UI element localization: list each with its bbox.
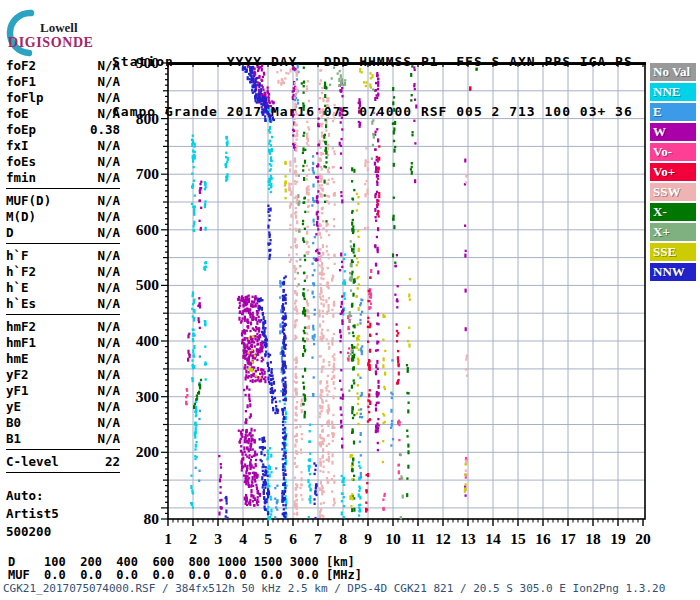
param-label: foFlp bbox=[6, 90, 44, 105]
legend-item-x-: X- bbox=[650, 203, 696, 221]
svg-text:12: 12 bbox=[435, 530, 451, 547]
param-label: B0 bbox=[6, 415, 21, 430]
param-label: C-level bbox=[6, 454, 59, 469]
param-label: fxI bbox=[6, 138, 29, 153]
muf-row: MUF 0.0 0.0 0.0 0.0 0.0 0.0 0.0 0.0 [MHz… bbox=[8, 568, 362, 582]
param-value: N/A bbox=[97, 74, 120, 89]
param-value: N/A bbox=[97, 383, 120, 398]
param-row-fof2: foF2N/A bbox=[6, 57, 120, 73]
legend-item-vo-: Vo- bbox=[650, 143, 696, 161]
legend-item-ssw: SSW bbox=[650, 183, 696, 201]
param-value: 22 bbox=[105, 454, 120, 469]
param-row-foes: foEsN/A bbox=[6, 153, 120, 169]
sidebar-divider bbox=[6, 472, 120, 473]
param-group-4: C-level22 bbox=[6, 453, 120, 469]
logo-digisonde-text: DIGISONDE bbox=[8, 35, 94, 51]
param-value: 0.38 bbox=[90, 122, 120, 137]
svg-text:17: 17 bbox=[560, 530, 576, 547]
logo-lowell-text: Lowell bbox=[40, 20, 78, 36]
parameter-sidebar: foF2N/AfoF1N/AfoFlpN/AfoEN/AfoEp0.38fxIN… bbox=[6, 57, 120, 476]
param-row-d: DN/A bbox=[6, 224, 120, 240]
autoscaling-info: Auto:Artist5500200 bbox=[6, 487, 59, 541]
svg-text:14: 14 bbox=[485, 530, 501, 547]
param-value: N/A bbox=[97, 431, 120, 446]
legend-item-vo+: Vo+ bbox=[650, 163, 696, 181]
param-row-hf: h`FN/A bbox=[6, 247, 120, 263]
param-row-fxi: fxIN/A bbox=[6, 137, 120, 153]
svg-text:18: 18 bbox=[585, 530, 601, 547]
header-field-labels: Station YYYY DAY DDD HHMMSS P1 FFS S AXN… bbox=[112, 54, 633, 71]
svg-text:11: 11 bbox=[411, 530, 426, 547]
param-value: N/A bbox=[97, 225, 120, 240]
svg-text:1: 1 bbox=[164, 530, 172, 547]
svg-text:8: 8 bbox=[339, 530, 347, 547]
param-value: N/A bbox=[97, 248, 120, 263]
param-label: h`F2 bbox=[6, 264, 36, 279]
svg-text:4: 4 bbox=[239, 530, 247, 547]
svg-text:200: 200 bbox=[136, 443, 160, 460]
param-row-hme: hmEN/A bbox=[6, 350, 120, 366]
param-label: foF1 bbox=[6, 74, 36, 89]
param-label: M(D) bbox=[6, 209, 36, 224]
svg-text:20: 20 bbox=[635, 530, 651, 547]
param-row-hes: h`EsN/A bbox=[6, 295, 120, 311]
param-label: foEs bbox=[6, 154, 36, 169]
param-value: N/A bbox=[97, 335, 120, 350]
svg-text:400: 400 bbox=[136, 332, 160, 349]
param-value: N/A bbox=[97, 58, 120, 73]
param-row-fmin: fminN/A bbox=[6, 169, 120, 185]
param-value: N/A bbox=[97, 154, 120, 169]
param-label: MUF(D) bbox=[6, 193, 51, 208]
legend-item-no-val: No Val bbox=[650, 63, 696, 81]
svg-text:600: 600 bbox=[136, 221, 160, 238]
param-value: N/A bbox=[97, 106, 120, 121]
param-label: yF2 bbox=[6, 367, 29, 382]
legend-item-e: E bbox=[650, 103, 696, 121]
sidebar-divider bbox=[6, 188, 120, 189]
legend-item-nne: NNE bbox=[650, 83, 696, 101]
param-label: yE bbox=[6, 399, 21, 414]
param-label: B1 bbox=[6, 431, 21, 446]
param-row-he: h`EN/A bbox=[6, 279, 120, 295]
param-value: N/A bbox=[97, 319, 120, 334]
sidebar-divider bbox=[6, 314, 120, 315]
param-row-mufd: MUF(D)N/A bbox=[6, 192, 120, 208]
param-group-1: MUF(D)N/AM(D)N/ADN/A bbox=[6, 192, 120, 240]
param-row-hf2: h`F2N/A bbox=[6, 263, 120, 279]
auto-line: Artist5 bbox=[6, 505, 59, 523]
station-header: Station YYYY DAY DDD HHMMSS P1 FFS S AXN… bbox=[112, 21, 633, 137]
param-label: fmin bbox=[6, 170, 36, 185]
param-label: h`Es bbox=[6, 296, 36, 311]
legend-item-nnw: NNW bbox=[650, 263, 696, 281]
param-row-b1: B1N/A bbox=[6, 430, 120, 446]
svg-text:15: 15 bbox=[510, 530, 526, 547]
param-row-md: M(D)N/A bbox=[6, 208, 120, 224]
header-field-values: Campo Grande 2017 Mar16 075 074000 RSF 0… bbox=[112, 104, 633, 121]
svg-text:10: 10 bbox=[385, 530, 401, 547]
param-row-hmf2: hmF2N/A bbox=[6, 318, 120, 334]
param-row-clevel: C-level22 bbox=[6, 453, 120, 469]
file-info-footer: CGK21_2017075074000.RSF / 384fx512h 50 k… bbox=[3, 582, 665, 595]
param-label: hmF1 bbox=[6, 335, 36, 350]
param-row-yf1: yF1N/A bbox=[6, 382, 120, 398]
param-group-2: h`FN/Ah`F2N/Ah`EN/Ah`EsN/A bbox=[6, 247, 120, 311]
svg-text:80: 80 bbox=[144, 510, 160, 527]
direction-color-legend: No ValNNEEWVo-Vo+SSWX-X+SSENNW bbox=[650, 63, 696, 283]
param-value: N/A bbox=[97, 90, 120, 105]
param-label: foF2 bbox=[6, 58, 36, 73]
param-value: N/A bbox=[97, 264, 120, 279]
param-row-ye: yEN/A bbox=[6, 398, 120, 414]
param-value: N/A bbox=[97, 399, 120, 414]
param-row-hmf1: hmF1N/A bbox=[6, 334, 120, 350]
legend-item-w: W bbox=[650, 123, 696, 141]
param-row-yf2: yF2N/A bbox=[6, 366, 120, 382]
param-value: N/A bbox=[97, 170, 120, 185]
param-value: N/A bbox=[97, 280, 120, 295]
param-row-fof1: foF1N/A bbox=[6, 73, 120, 89]
param-value: N/A bbox=[97, 367, 120, 382]
param-row-foe: foEN/A bbox=[6, 105, 120, 121]
param-row-foflp: foFlpN/A bbox=[6, 89, 120, 105]
lowell-digisonde-logo: Lowell DIGISONDE bbox=[2, 6, 112, 56]
param-value: N/A bbox=[97, 351, 120, 366]
svg-text:700: 700 bbox=[136, 165, 160, 182]
